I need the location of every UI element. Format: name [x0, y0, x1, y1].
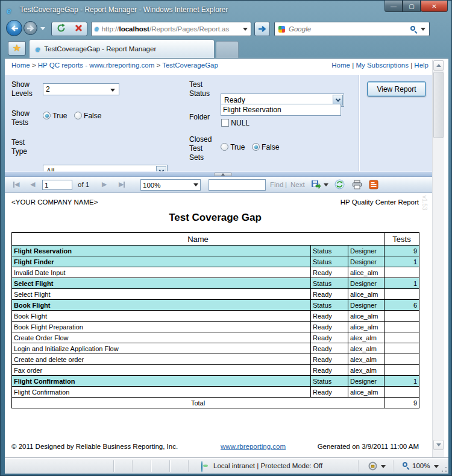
status-cell: Ready	[311, 332, 348, 343]
status-cell: Status	[311, 376, 348, 387]
search-box[interactable]	[274, 22, 430, 36]
refresh-report-button[interactable]	[334, 179, 345, 192]
search-dropdown-chevron[interactable]	[421, 28, 425, 31]
folder-input[interactable]	[221, 104, 341, 116]
maximize-button[interactable]: ▢	[403, 1, 421, 12]
next-page-button[interactable]: ▶	[102, 181, 107, 188]
name-cell: Book Flight	[12, 311, 311, 322]
designer-cell: alex_alm	[348, 354, 385, 365]
address-dropdown-chevron[interactable]	[243, 28, 248, 31]
page-number-input[interactable]	[42, 180, 72, 190]
status-cell: Status	[311, 300, 348, 311]
close-button[interactable]: ✕	[421, 1, 448, 12]
smartscreen-filter-icon[interactable]	[368, 462, 377, 473]
status-cell: Status	[311, 256, 348, 267]
find-input[interactable]	[209, 179, 266, 191]
vertical-scrollbar[interactable]	[432, 60, 444, 458]
params-splitter[interactable]	[5, 171, 432, 177]
name-cell: Invalid Date Input	[12, 267, 311, 278]
stop-button[interactable]	[75, 24, 83, 34]
home-link[interactable]: Home	[331, 62, 350, 69]
tests-cell: 1	[385, 256, 419, 267]
breadcrumb-folder-link[interactable]: HP QC reports - www.rbreporting.com	[38, 62, 154, 69]
designer-cell: alex_alm	[348, 343, 385, 354]
browser-tab[interactable]: e TestCoverageGap - Report Manager	[29, 39, 215, 58]
find-link[interactable]: Find	[270, 181, 283, 188]
close-icon: ✕	[432, 3, 436, 10]
tests-cell	[385, 289, 419, 300]
designer-cell: Designer	[348, 278, 385, 289]
test-row: Invalid Date InputReadyalice_alm	[12, 267, 419, 278]
status-bar: Local intranet | Protected Mode: Off 100…	[5, 457, 448, 474]
view-report-button[interactable]: View Report	[367, 81, 426, 97]
export-dropdown-chevron[interactable]	[324, 183, 328, 186]
show-levels-dropdown-icon	[110, 89, 115, 92]
designer-cell: alice_alm	[348, 322, 385, 332]
scroll-up-button[interactable]	[433, 60, 444, 71]
first-page-button[interactable]: ◀	[13, 181, 19, 188]
test-type-label: Test Type	[11, 138, 36, 156]
show-tests-true-radio[interactable]	[43, 112, 51, 119]
scrollbar-thumb[interactable]	[433, 72, 444, 138]
refresh-button[interactable]	[57, 24, 66, 35]
test-row: Book Flight PreparationReadyalice_alm	[12, 322, 419, 332]
address-bar[interactable]: e http://localhost/Reports/Pages/Report.…	[91, 22, 251, 36]
group-row: Flight FinderStatusDesigner1	[12, 256, 419, 267]
back-button[interactable]	[6, 20, 22, 36]
test-row: Select FlightReadyalice_alm	[12, 289, 419, 300]
minimize-button[interactable]: —	[385, 1, 403, 12]
zoom-select[interactable]: 100%	[140, 179, 201, 191]
maximize-icon: ▢	[409, 3, 414, 10]
window-title: TestCoverageGap - Report Manager - Windo…	[20, 5, 228, 14]
data-feed-button[interactable]	[369, 180, 378, 192]
help-link[interactable]: Help	[414, 62, 428, 69]
go-button[interactable]	[254, 22, 270, 36]
show-levels-select[interactable]: 2	[43, 83, 119, 95]
breadcrumb-report-link[interactable]: TestCoverageGap	[162, 62, 218, 69]
show-tests-false-radio[interactable]	[74, 112, 82, 119]
tests-cell	[385, 332, 419, 343]
scroll-up-icon	[436, 64, 441, 67]
resize-grip[interactable]	[441, 466, 447, 472]
my-subscriptions-link[interactable]: My Subscriptions	[356, 62, 409, 69]
back-icon	[10, 25, 19, 32]
forward-button[interactable]	[24, 21, 37, 35]
scroll-down-button[interactable]	[433, 440, 444, 450]
last-page-button[interactable]: ▶	[119, 181, 125, 188]
page-content: Home > HP QC reports - www.rbreporting.c…	[5, 58, 448, 457]
recent-pages-chevron[interactable]	[40, 27, 45, 30]
designer-cell: Designer	[348, 300, 385, 311]
favorites-button[interactable]: ★	[8, 41, 26, 56]
export-button[interactable]	[311, 180, 321, 192]
tests-cell	[385, 387, 419, 398]
footer-generated: Generated on 3/9/2011 11:00 AM	[300, 443, 419, 450]
collapse-handle[interactable]	[214, 173, 232, 176]
status-cell: Ready	[311, 365, 348, 376]
tests-cell: 1	[385, 278, 419, 289]
closed-true-radio[interactable]	[221, 143, 228, 151]
filter-dropdown-chevron[interactable]	[381, 465, 386, 468]
group-row: Flight ReservationStatusDesigner9	[12, 246, 419, 256]
print-button[interactable]	[352, 180, 362, 192]
group-row: Book FlightStatusDesigner6	[12, 300, 419, 311]
new-tab-stub[interactable]	[216, 41, 239, 58]
group-row: Flight ConfirmationStatusDesigner1	[12, 376, 419, 387]
browser-window: e TestCoverageGap - Report Manager - Win…	[0, 0, 452, 476]
search-input[interactable]	[289, 25, 410, 33]
null-checkbox[interactable]	[221, 119, 229, 127]
collapse-arrow-icon	[221, 173, 225, 176]
footer-link[interactable]: www.rbreporting.com	[221, 443, 286, 450]
zoom-dropdown-chevron[interactable]	[434, 465, 439, 468]
previous-page-button[interactable]: ◀	[30, 181, 35, 188]
company-name: <YOUR COMPANY NAME>	[11, 198, 98, 206]
next-link[interactable]: Next	[290, 181, 305, 188]
closed-false-radio[interactable]	[252, 143, 260, 151]
tab-favicon-icon: e	[36, 45, 40, 54]
designer-cell: Designer	[348, 246, 385, 256]
breadcrumb-home-link[interactable]: Home	[11, 62, 30, 69]
status-cell: Ready	[311, 311, 348, 322]
refresh-icon	[57, 24, 66, 33]
search-icon[interactable]	[410, 26, 417, 33]
report-title: Test Coverage Gap	[11, 212, 419, 224]
zoom-level-text[interactable]: 100%	[412, 462, 430, 469]
